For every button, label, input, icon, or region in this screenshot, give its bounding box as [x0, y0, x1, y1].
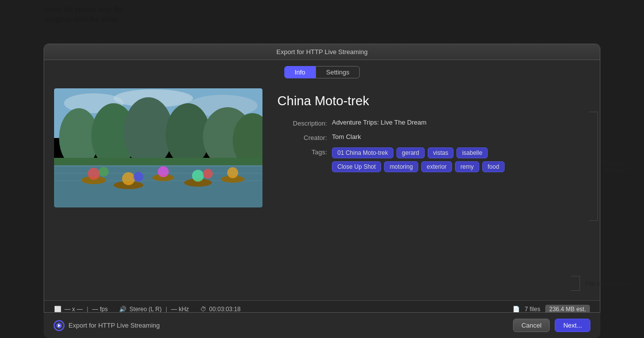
- resolution-icon: ⬜: [54, 306, 62, 313]
- svg-rect-27: [54, 158, 262, 165]
- project-title: China Moto-trek: [277, 93, 580, 109]
- tab-info[interactable]: Info: [284, 66, 316, 78]
- svg-point-21: [122, 172, 135, 185]
- dialog-title-bar: Export for HTTP Live Streaming: [44, 44, 600, 60]
- info-panel: China Moto-trek Description: Adventure T…: [277, 88, 580, 295]
- tags-row: Tags: 01 China Moto-trekgerardvistasisab…: [277, 147, 580, 172]
- tag-item: gerard: [396, 147, 425, 158]
- export-icon: [54, 320, 64, 331]
- tag-item: Close Up Shot: [332, 161, 381, 172]
- description-value: Adventure Trips: Live The Dream: [332, 119, 427, 126]
- resolution-value: — x —: [64, 306, 83, 313]
- tag-item: vistas: [428, 147, 454, 158]
- svg-point-26: [227, 167, 238, 178]
- tag-item: motoring: [384, 161, 418, 172]
- svg-point-20: [99, 167, 109, 177]
- svg-point-22: [133, 172, 143, 182]
- tag-item: food: [482, 161, 505, 172]
- file-information-label: File information: [585, 280, 629, 287]
- svg-point-25: [203, 169, 213, 179]
- tab-settings[interactable]: Settings: [316, 66, 360, 78]
- tag-item: isabelle: [456, 147, 488, 158]
- dialog-title: Export for HTTP Live Streaming: [276, 48, 368, 56]
- project-attributes-label: Project attributes: [603, 159, 629, 174]
- next-button[interactable]: Next...: [555, 319, 590, 332]
- audio-icon: 🔊: [119, 306, 127, 313]
- creator-value: Tom Clark: [332, 133, 361, 140]
- svg-point-24: [192, 170, 204, 182]
- video-thumbnail[interactable]: [54, 88, 262, 207]
- creator-row: Creator: Tom Clark: [277, 133, 580, 141]
- tag-item: remy: [455, 161, 479, 172]
- tag-item: 01 China Moto-trek: [332, 147, 393, 158]
- status-left: ⬜ — x — | — fps 🔊 Stereo (L R) | — kHz ⏱…: [54, 306, 513, 313]
- bottom-action-bar: Export for HTTP Live Streaming Cancel Ne…: [44, 312, 600, 338]
- svg-point-6: [124, 97, 173, 167]
- bottom-right: Cancel Next...: [513, 319, 590, 332]
- tab-row: Info Settings: [44, 60, 600, 83]
- bottom-left: Export for HTTP Live Streaming: [54, 320, 513, 331]
- creator-label: Creator:: [277, 133, 327, 141]
- export-label: Export for HTTP Live Streaming: [68, 322, 160, 329]
- svg-rect-11: [54, 165, 262, 167]
- duration-value: 00:03:03:18: [209, 306, 241, 313]
- description-row: Description: Adventure Trips: Live The D…: [277, 119, 580, 127]
- khz-value: — kHz: [171, 306, 189, 313]
- file-info-annotation: File information: [571, 276, 629, 291]
- svg-point-19: [88, 168, 100, 180]
- tooltip: Move the pointer over the image to skim …: [45, 5, 193, 24]
- fps-value: — fps: [92, 306, 108, 313]
- audio-value: Stereo (L R): [129, 306, 162, 313]
- tags-label: Tags:: [277, 147, 327, 156]
- tags-container: 01 China Moto-trekgerardvistasisabelleCl…: [332, 147, 520, 172]
- content-area: China Moto-trek Description: Adventure T…: [44, 83, 600, 300]
- files-icon: 📄: [513, 306, 520, 313]
- svg-point-23: [158, 166, 169, 177]
- description-label: Description:: [277, 119, 327, 127]
- cancel-button[interactable]: Cancel: [513, 319, 550, 332]
- dialog-window: Export for HTTP Live Streaming Info Sett…: [44, 44, 600, 318]
- tag-item: exterior: [421, 161, 452, 172]
- clock-icon: ⏱: [200, 306, 206, 313]
- project-attributes-annotation: Project attributes: [589, 107, 629, 226]
- files-count: 7 files: [525, 306, 540, 313]
